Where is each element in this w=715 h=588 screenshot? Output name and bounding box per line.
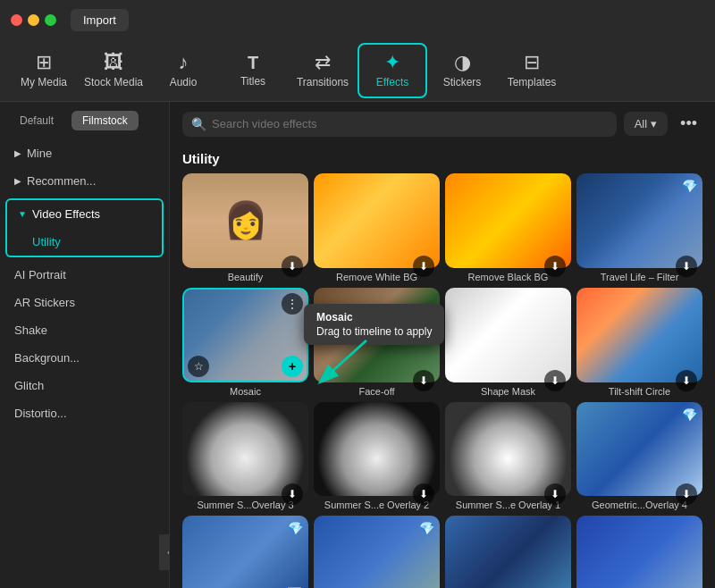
download-icon-remove-white-bg: ⬇ bbox=[413, 256, 434, 277]
svg-line-1 bbox=[322, 340, 366, 381]
more-options-mosaic[interactable]: ⋮ bbox=[282, 293, 303, 315]
search-bar: 🔍 All ▾ ••• bbox=[170, 102, 715, 146]
tooltip-container: Mosaic Drag to timeline to apply bbox=[304, 304, 444, 345]
sidebar-item-glitch[interactable]: Glitch bbox=[0, 372, 169, 399]
transitions-icon: ⇄ bbox=[315, 53, 331, 72]
sidebar-item-shake[interactable]: Shake bbox=[0, 316, 169, 344]
nav-label-stock-media: Stock Media bbox=[84, 76, 143, 88]
sidebar-label-shake: Shake bbox=[14, 323, 47, 337]
effect-card-remove-black-bg[interactable]: ⬇ Remove Black BG bbox=[445, 173, 571, 282]
templates-icon: ⊟ bbox=[524, 53, 540, 72]
sidebar-label-ar-stickers: AR Stickers bbox=[14, 296, 75, 309]
effect-thumb-remove-black-bg bbox=[445, 173, 571, 268]
titles-icon: T bbox=[248, 54, 258, 71]
sidebar-item-mine[interactable]: ▶ Mine bbox=[0, 139, 169, 167]
nav-label-templates: Templates bbox=[508, 76, 557, 88]
search-input[interactable] bbox=[212, 117, 608, 130]
effect-thumb-beautify: 👩 bbox=[182, 173, 308, 268]
search-icon: 🔍 bbox=[191, 117, 206, 131]
sidebar-label-background: Backgroun... bbox=[14, 351, 80, 365]
mine-chevron-icon: ▶ bbox=[14, 148, 21, 158]
sidebar-item-ai-portrait[interactable]: AI Portrait bbox=[0, 261, 169, 289]
tab-default[interactable]: Default bbox=[9, 111, 64, 130]
sidebar-label-video-effects: Video Effects bbox=[32, 207, 100, 221]
effect-card-geo2[interactable]: ⬇ 💎 Geometric...– Overlay 2 bbox=[314, 516, 440, 588]
sidebar-item-utility[interactable]: Utility bbox=[7, 228, 162, 256]
effects-icon: ✦ bbox=[384, 53, 400, 72]
nav-item-my-media[interactable]: ⊞ My Media bbox=[9, 43, 79, 98]
filter-chevron-icon: ▾ bbox=[651, 117, 657, 130]
gem-icon-travel-life: 💎 bbox=[682, 179, 697, 193]
add-button-mosaic[interactable]: + bbox=[282, 356, 303, 377]
sidebar-label-ai-portrait: AI Portrait bbox=[14, 268, 66, 281]
nav-label-effects: Effects bbox=[376, 76, 408, 88]
effect-card-summer3[interactable]: ⬇ Summer S...Overlay 3 bbox=[182, 402, 308, 511]
star-icon-mosaic[interactable]: ☆ bbox=[188, 356, 209, 377]
sidebar: Default Filmstock ▶ Mine ▶ Recommen... ▼… bbox=[0, 102, 170, 588]
recommended-chevron-icon: ▶ bbox=[14, 176, 21, 186]
effect-thumb-summer2 bbox=[314, 402, 440, 497]
effect-thumb-summer3 bbox=[182, 402, 308, 497]
tab-filmstock[interactable]: Filmstock bbox=[72, 111, 139, 130]
sidebar-label-glitch: Glitch bbox=[14, 379, 44, 392]
sidebar-tabs: Default Filmstock bbox=[0, 111, 169, 139]
my-media-icon: ⊞ bbox=[36, 53, 52, 72]
sidebar-item-background[interactable]: Backgroun... bbox=[0, 344, 169, 372]
effect-card-geo4b[interactable]: ⬇ Geometric...– Overlay 4 bbox=[576, 516, 702, 588]
nav-item-transitions[interactable]: ⇄ Transitions bbox=[288, 43, 358, 98]
effect-card-remove-white-bg[interactable]: ⬇ Remove White BG bbox=[314, 173, 440, 282]
sidebar-item-video-effects[interactable]: ▼ Video Effects bbox=[7, 200, 162, 228]
import-button[interactable]: Import bbox=[71, 9, 129, 31]
more-options-button[interactable]: ••• bbox=[675, 111, 702, 137]
nav-item-stock-media[interactable]: 🖼 Stock Media bbox=[79, 43, 148, 98]
effect-card-summer2[interactable]: ⬇ Summer S...e Overlay 2 bbox=[314, 402, 440, 511]
effect-card-summer1[interactable]: ⬇ Summer S...e Overlay 1 bbox=[445, 402, 571, 511]
nav-item-stickers[interactable]: ◑ Stickers bbox=[427, 43, 497, 98]
sidebar-item-distortion[interactable]: Distortio... bbox=[0, 399, 169, 427]
effect-card-geo3[interactable]: 🏗 ⬇ 💎 Geometric...– Overlay 3 bbox=[182, 516, 308, 588]
download-icon-shape-mask: ⬇ bbox=[544, 370, 566, 391]
effect-card-geo1[interactable]: ⬇ Geometric...– Overlay 1 bbox=[445, 516, 571, 588]
minimize-button[interactable] bbox=[28, 14, 39, 26]
effect-thumb-geo1 bbox=[445, 516, 571, 588]
gem-icon-geo3: 💎 bbox=[288, 521, 303, 535]
effect-card-geo4-top[interactable]: ⬇ 💎 Geometric...Overlay 4 bbox=[576, 402, 702, 511]
nav-label-audio: Audio bbox=[170, 76, 198, 88]
download-icon-remove-black-bg: ⬇ bbox=[544, 256, 566, 277]
video-effects-chevron-icon: ▼ bbox=[18, 209, 27, 219]
effect-card-shape-mask[interactable]: ⬇ Shape Mask bbox=[445, 288, 571, 397]
gem-icon-geo2: 💎 bbox=[419, 521, 434, 535]
nav-toolbar: ⊞ My Media 🖼 Stock Media ♪ Audio T Title… bbox=[0, 39, 715, 102]
nav-label-my-media: My Media bbox=[21, 76, 67, 88]
close-button[interactable] bbox=[11, 14, 22, 26]
download-icon-travel-life: ⬇ bbox=[676, 256, 697, 277]
sidebar-item-ar-stickers[interactable]: AR Stickers bbox=[0, 289, 169, 316]
effect-card-mosaic[interactable]: ⋮ ☆ + Mosaic bbox=[182, 288, 308, 397]
effect-thumb-tilt-shift bbox=[576, 288, 702, 382]
filter-dropdown[interactable]: All ▾ bbox=[624, 112, 668, 136]
effect-card-beautify[interactable]: 👩 ⬇ Beautify bbox=[182, 173, 308, 282]
gem-icon-geo4-top: 💎 bbox=[682, 407, 697, 422]
sidebar-item-recommended[interactable]: ▶ Recommen... bbox=[0, 167, 169, 195]
sidebar-collapse-button[interactable]: ‹ bbox=[159, 534, 170, 570]
effect-card-tilt-shift[interactable]: ⬇ Tilt-shift Circle bbox=[576, 288, 702, 397]
effect-thumb-geo4b bbox=[576, 516, 702, 588]
tooltip-line1: Mosaic bbox=[316, 311, 432, 323]
nav-item-templates[interactable]: ⊟ Templates bbox=[497, 43, 567, 98]
maximize-button[interactable] bbox=[45, 14, 56, 26]
filter-label: All bbox=[635, 117, 647, 130]
effect-thumb-remove-white-bg bbox=[314, 173, 440, 268]
effect-card-travel-life[interactable]: ⬇ 💎 Travel Life – Filter bbox=[576, 173, 702, 282]
nav-label-titles: Titles bbox=[240, 75, 265, 88]
sidebar-label-distortion: Distortio... bbox=[14, 407, 67, 420]
sidebar-label-recommended: Recommen... bbox=[27, 174, 96, 188]
effects-grid: 👩 ⬇ Beautify ⬇ Remove White BG ⬇ Remove … bbox=[170, 173, 715, 588]
section-title: Utility bbox=[170, 146, 715, 173]
download-icon-tilt-shift: ⬇ bbox=[676, 370, 697, 391]
content-area: 🔍 All ▾ ••• Utility 👩 ⬇ Beautify bbox=[170, 102, 715, 588]
nav-label-transitions: Transitions bbox=[297, 76, 349, 88]
nav-item-effects[interactable]: ✦ Effects bbox=[358, 43, 427, 98]
titlebar: Import bbox=[0, 0, 715, 39]
nav-item-audio[interactable]: ♪ Audio bbox=[148, 43, 218, 98]
nav-item-titles[interactable]: T Titles bbox=[218, 43, 288, 98]
